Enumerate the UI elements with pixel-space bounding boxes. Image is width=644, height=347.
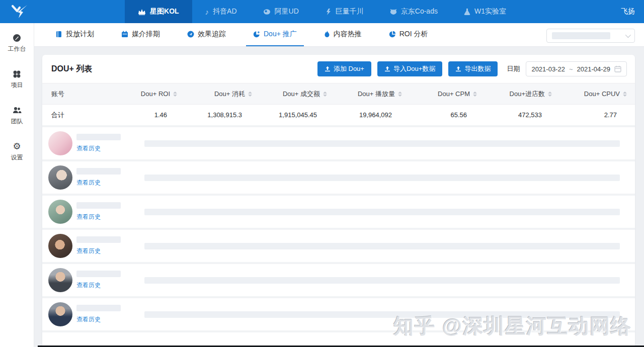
subnav-tab-dou-plus[interactable]: Dou+ 推广 xyxy=(246,23,304,46)
tab-w1-lab[interactable]: W1实验室 xyxy=(451,0,519,23)
account-name-cell: 查看历史 xyxy=(76,271,144,290)
total-cpm: 65.56 xyxy=(450,111,477,119)
dou-plus-panel: DOU+ 列表 添加 Dou+ 导入Dou+数据 导出数据 日期 2021-03… xyxy=(42,55,635,347)
username: 飞扬 xyxy=(621,7,635,16)
sidebar-item-settings[interactable]: ⚙ 设置 xyxy=(0,138,34,167)
sidebar-label: 工作台 xyxy=(8,45,26,53)
sort-icon xyxy=(323,92,327,97)
subnav-label: Dou+ 推广 xyxy=(264,30,297,39)
sidebar-item-projects[interactable]: 项目 xyxy=(0,65,34,95)
subnav-tab-roi[interactable]: ROI 分析 xyxy=(382,23,435,46)
tracking-icon xyxy=(187,31,194,38)
sidebar-item-workbench[interactable]: 工作台 xyxy=(0,29,34,58)
workbench-icon xyxy=(13,33,21,42)
view-history-link[interactable]: 查看历史 xyxy=(76,144,101,153)
avatar[interactable] xyxy=(48,268,72,292)
crown-icon xyxy=(138,8,146,15)
total-label: 合计 xyxy=(51,111,127,120)
subnav-tab-schedule[interactable]: 媒介排期 xyxy=(114,23,167,46)
account-name-cell: 查看历史 xyxy=(76,305,144,324)
redacted-data-bar xyxy=(144,243,620,249)
add-dou-button[interactable]: 添加 Dou+ xyxy=(317,61,371,76)
subnav-tab-hot-content[interactable]: 内容热推 xyxy=(317,23,369,46)
redacted-name-bar xyxy=(76,236,121,243)
settings-icon: ⚙ xyxy=(13,142,21,151)
column-header-cpm[interactable]: Dou+ CPM xyxy=(402,90,477,98)
avatar[interactable] xyxy=(48,200,72,224)
sidebar-label: 项目 xyxy=(11,81,23,90)
view-history-link[interactable]: 查看历史 xyxy=(76,281,101,290)
view-history-link[interactable]: 查看历史 xyxy=(76,179,101,187)
upload-icon xyxy=(384,66,390,72)
panel-header: DOU+ 列表 添加 Dou+ 导入Dou+数据 导出数据 日期 2021-03… xyxy=(42,55,635,83)
tab-label: 抖音AD xyxy=(213,7,236,16)
sort-icon xyxy=(548,92,552,97)
table-row: 查看历史 xyxy=(42,230,635,264)
subnav-label: 投放计划 xyxy=(66,30,94,39)
redacted-data-bar xyxy=(144,277,620,284)
table-total-row: 合计 1.46 1,308,915.3 1,915,045.45 19,964,… xyxy=(42,105,635,127)
brand-logo-icon xyxy=(11,4,30,20)
column-header-account: 账号 xyxy=(51,90,127,99)
column-header-spend[interactable]: Dou+ 消耗 xyxy=(177,90,252,99)
view-history-link[interactable]: 查看历史 xyxy=(76,247,101,255)
import-dou-data-button[interactable]: 导入Dou+数据 xyxy=(377,61,442,76)
sort-icon xyxy=(248,92,252,97)
redacted-select-value xyxy=(552,32,610,39)
column-header-gmv[interactable]: Dou+ 成交额 xyxy=(252,90,327,99)
tab-ali-ud[interactable]: 阿里UD xyxy=(250,0,312,23)
avatar[interactable] xyxy=(48,165,72,190)
sidebar-item-team[interactable]: 团队 xyxy=(0,102,34,131)
redacted-data-bar xyxy=(144,209,620,215)
plan-book-icon xyxy=(55,31,62,38)
redacted-name-bar xyxy=(76,305,121,311)
redacted-data-bar xyxy=(144,175,620,181)
subnav-label: 内容热推 xyxy=(334,30,362,39)
chevron-down-icon xyxy=(625,32,631,38)
tab-douyin-ad[interactable]: ♪ 抖音AD xyxy=(192,0,250,23)
avatar[interactable] xyxy=(48,234,72,258)
platform-tabs: 星图KOL ♪ 抖音AD 阿里UD 巨量千川 京东Co-ads xyxy=(125,0,519,23)
subnav-tab-plan[interactable]: 投放计划 xyxy=(48,23,101,46)
tab-label: 巨量千川 xyxy=(336,7,364,16)
redacted-data-bar xyxy=(144,140,620,147)
avatar[interactable] xyxy=(48,302,72,326)
account-name-cell: 查看历史 xyxy=(76,168,144,187)
team-icon xyxy=(13,106,22,115)
view-history-link[interactable]: 查看历史 xyxy=(76,213,101,221)
upload-icon xyxy=(455,66,461,72)
column-header-roi[interactable]: Dou+ ROI xyxy=(127,90,177,98)
pie-plus-icon xyxy=(253,31,260,38)
left-sidebar: 工作台 项目 团队 ⚙ 设置 xyxy=(0,23,34,347)
total-cpuv: 2.77 xyxy=(604,111,627,119)
sort-icon xyxy=(473,92,477,97)
date-end: 2021-04-29 xyxy=(577,65,611,73)
export-data-button[interactable]: 导出数据 xyxy=(448,61,498,76)
column-header-store-visits[interactable]: Dou+进店数 xyxy=(477,90,552,99)
date-label: 日期 xyxy=(507,64,520,73)
column-header-views[interactable]: Dou+ 播放量 xyxy=(327,90,402,99)
total-gmv: 1,915,045.45 xyxy=(279,111,327,119)
redacted-name-bar xyxy=(76,271,121,277)
total-store-visits: 472,533 xyxy=(518,111,552,119)
date-start: 2021-03-22 xyxy=(531,65,565,73)
account-name-cell: 查看历史 xyxy=(76,134,144,153)
flame-icon xyxy=(324,31,330,38)
tab-juliang-qianchuan[interactable]: 巨量千川 xyxy=(312,0,377,23)
view-history-link[interactable]: 查看历史 xyxy=(76,315,101,324)
subnav-label: 效果追踪 xyxy=(198,30,226,39)
date-range-picker[interactable]: 2021-03-22 ~ 2021-04-29 xyxy=(526,61,627,76)
column-header-cpuv[interactable]: Dou+ CPUV xyxy=(552,90,627,98)
tab-jd-co-ads[interactable]: 京东Co-ads xyxy=(377,0,451,23)
user-menu[interactable]: 飞扬 xyxy=(621,0,635,23)
calendar-icon xyxy=(121,31,128,38)
subnav-tab-tracking[interactable]: 效果追踪 xyxy=(180,23,233,46)
sort-icon xyxy=(623,92,627,97)
swirl-icon xyxy=(263,9,271,15)
tab-xingtu-kol[interactable]: 星图KOL xyxy=(125,0,192,23)
filter-select[interactable] xyxy=(546,29,635,43)
redacted-name-bar xyxy=(76,134,121,140)
redacted-name-bar xyxy=(76,202,121,209)
calendar-icon xyxy=(614,65,621,72)
avatar[interactable] xyxy=(48,131,72,155)
